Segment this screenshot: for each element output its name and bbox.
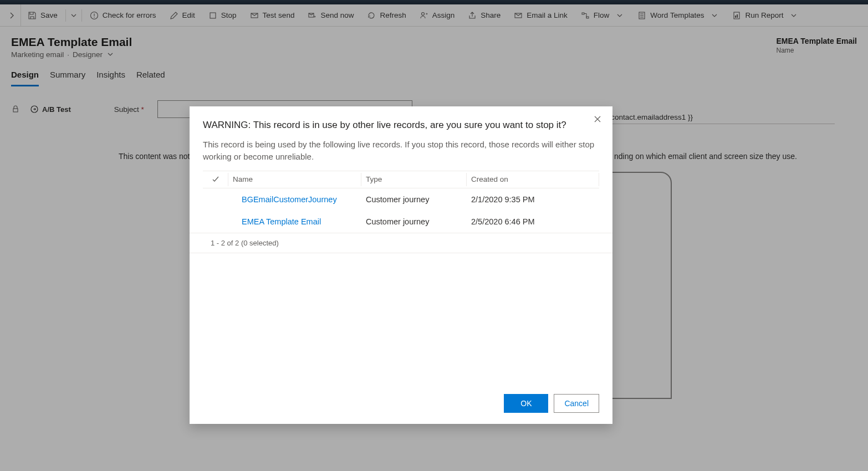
column-created[interactable]: Created on [467, 173, 599, 186]
row-type: Customer journey [361, 215, 467, 228]
column-name[interactable]: Name [228, 173, 361, 186]
row-type: Customer journey [361, 193, 467, 206]
row-name-link[interactable]: EMEA Template Email [228, 215, 361, 228]
dialog-title: WARNING: This record is in use by other … [190, 120, 612, 139]
grid-row[interactable]: EMEA Template Email Customer journey 2/5… [203, 211, 599, 233]
select-all-checkbox[interactable] [203, 173, 228, 186]
dialog-body: This record is being used by the followi… [190, 139, 612, 163]
grid-header: Name Type Created on [203, 171, 599, 188]
row-created: 2/1/2020 9:35 PM [467, 193, 599, 206]
row-name-link[interactable]: BGEmailCustomerJourney [228, 193, 361, 206]
close-button[interactable] [594, 115, 601, 125]
cancel-button[interactable]: Cancel [554, 394, 599, 413]
dependencies-grid: Name Type Created on BGEmailCustomerJour… [190, 171, 612, 233]
grid-footer: 1 - 2 of 2 (0 selected) [190, 233, 612, 253]
stop-warning-dialog: WARNING: This record is in use by other … [190, 106, 612, 424]
row-created: 2/5/2020 6:46 PM [467, 215, 599, 228]
ok-button[interactable]: OK [504, 394, 548, 413]
grid-row[interactable]: BGEmailCustomerJourney Customer journey … [203, 188, 599, 211]
dialog-actions: OK Cancel [190, 394, 612, 413]
column-type[interactable]: Type [361, 173, 467, 186]
